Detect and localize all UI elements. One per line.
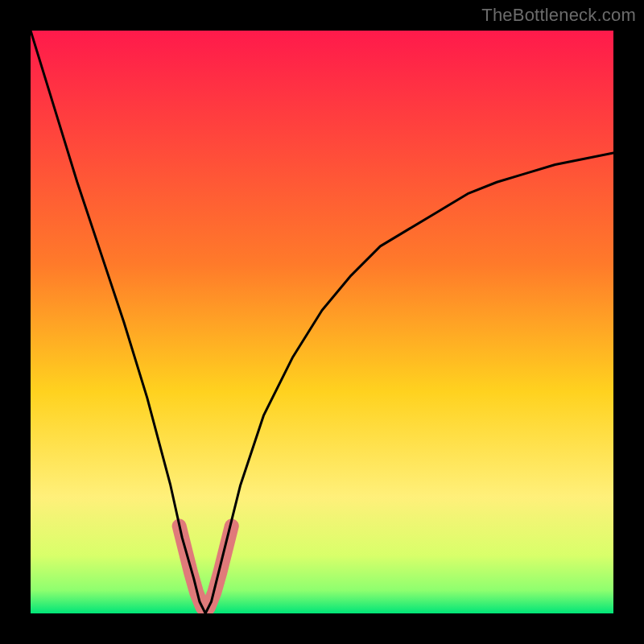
watermark-text: TheBottleneck.com (481, 5, 636, 26)
plot-area (31, 31, 613, 613)
chart-svg (31, 31, 613, 613)
gradient-background (31, 31, 613, 613)
chart-frame: TheBottleneck.com (0, 0, 644, 644)
